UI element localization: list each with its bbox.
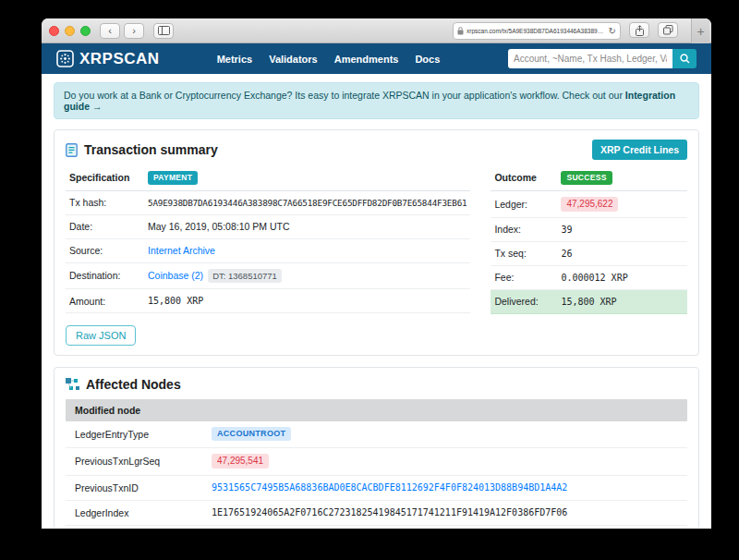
tx-hash-value: 5A9E938DB7DA6193446A383898C7A66518E9FCE6…	[148, 198, 466, 208]
destination-account-link[interactable]: Coinbase (2)	[148, 270, 203, 281]
nav-link-metrics[interactable]: Metrics	[217, 54, 253, 65]
outcome-row-index: Index: 39	[491, 218, 687, 242]
share-icon	[636, 25, 644, 36]
specification-table: Specification PAYMENT Tx hash: 5A9E938DB…	[66, 165, 470, 314]
address-bar[interactable]: xrpscan.com/tx/5A9E938DB7DA6193446A38389…	[453, 22, 621, 40]
delivered-amount-value: 15,800 XRP	[561, 297, 616, 307]
payment-type-badge: PAYMENT	[148, 171, 198, 185]
spec-row-tx-hash: Tx hash: 5A9E938DB7DA6193446A383898C7A66…	[66, 191, 470, 215]
forward-button[interactable]: ›	[124, 23, 144, 39]
xrpscan-logo[interactable]: XRPSCAN	[56, 50, 160, 68]
integration-banner: Do you work at a Bank or Cryptocurrency …	[54, 82, 699, 119]
tabs-icon	[663, 25, 673, 35]
page-content: Do you work at a Bank or Cryptocurrency …	[42, 74, 711, 528]
amount-value: 15,800 XRP	[148, 296, 203, 306]
fullscreen-window-button[interactable]	[80, 26, 91, 36]
sidebar-icon	[158, 26, 170, 35]
transaction-summary-title: Transaction summary	[66, 142, 218, 157]
transaction-summary-card: Transaction summary XRP Credit Lines Spe…	[54, 129, 699, 356]
sidebar-toggle-button[interactable]	[153, 23, 174, 39]
outcome-row-tx-seq: Tx seq: 26	[491, 242, 687, 266]
share-button[interactable]	[629, 22, 649, 38]
node-row-previous-txn-lgr-seq: PreviousTxnLgrSeq 47,295,541	[66, 448, 687, 476]
accountroot-badge: ACCOUNTROOT	[212, 427, 291, 441]
previous-ledger-badge[interactable]: 47,295,541	[212, 454, 269, 469]
affected-nodes-title: Affected Nodes	[66, 377, 687, 392]
brand-text: XRPSCAN	[79, 50, 160, 68]
magnifier-icon	[680, 54, 690, 64]
receipt-icon	[66, 143, 78, 157]
spec-row-source: Source: Internet Archive	[66, 239, 470, 263]
success-status-badge: SUCCESS	[561, 171, 612, 185]
browser-window: ‹ › xrpscan.com/tx/5A9E938DB7DA6193446A3…	[42, 18, 711, 529]
modified-node-header-1: Modified node	[66, 399, 687, 421]
nav-link-amendments[interactable]: Amendments	[334, 54, 399, 65]
outcome-header-row: Outcome SUCCESS	[491, 165, 687, 191]
nav-links: Metrics Validators Amendments Docs	[217, 54, 441, 65]
nav-link-docs[interactable]: Docs	[415, 54, 440, 65]
spec-row-destination: Destination: Coinbase (2) DT: 1368510771	[66, 263, 470, 290]
minimize-window-button[interactable]	[65, 26, 75, 36]
outcome-table: Outcome SUCCESS Ledger: 47,295,622 Index…	[491, 165, 687, 314]
back-button[interactable]: ‹	[100, 23, 120, 39]
toolbar-right-buttons	[629, 22, 682, 38]
outcome-row-fee: Fee: 0.000012 XRP	[491, 266, 687, 290]
search-form	[508, 49, 697, 68]
search-button[interactable]	[672, 49, 697, 68]
tab-overview-button[interactable]	[658, 22, 678, 38]
raw-json-button[interactable]: Raw JSON	[66, 325, 136, 346]
destination-tag-badge: DT: 1368510771	[208, 269, 282, 284]
url-text: xrpscan.com/tx/5A9E938DB7DA6193446A38389…	[466, 28, 606, 34]
nodes-icon	[66, 378, 79, 391]
banner-text: Do you work at a Bank or Cryptocurrency …	[64, 90, 625, 101]
affected-nodes-card: Affected Nodes Modified node LedgerEntry…	[54, 367, 699, 529]
outcome-row-ledger: Ledger: 47,295,622	[491, 191, 687, 218]
date-value: May 16, 2019, 05:08:10 PM UTC	[148, 221, 290, 232]
browser-toolbar: ‹ › xrpscan.com/tx/5A9E938DB7DA6193446A3…	[42, 18, 711, 43]
window-controls	[49, 26, 91, 36]
reload-button[interactable]: ↻	[609, 26, 616, 36]
site-navbar: XRPSCAN Metrics Validators Amendments Do…	[42, 43, 711, 74]
search-input[interactable]	[508, 49, 672, 68]
ledger-index-value: 1E17651924065A2F0716C2723182541984517174…	[212, 507, 567, 517]
spec-row-date: Date: May 16, 2019, 05:08:10 PM UTC	[66, 215, 470, 239]
spec-row-amount: Amount: 15,800 XRP	[66, 289, 470, 313]
lock-icon	[457, 27, 464, 35]
close-window-button[interactable]	[49, 26, 59, 36]
outcome-row-delivered: Delivered: 15,800 XRP	[491, 290, 687, 314]
source-account-link[interactable]: Internet Archive	[148, 245, 215, 256]
node-row-ledger-index: LedgerIndex 1E17651924065A2F0716C2723182…	[66, 501, 687, 526]
node-row-ledger-entry-type: LedgerEntryType ACCOUNTROOT	[66, 421, 687, 448]
ledger-index-badge[interactable]: 47,295,622	[561, 197, 618, 212]
specification-header-row: Specification PAYMENT	[66, 165, 470, 191]
xrp-credit-lines-button[interactable]: XRP Credit Lines	[592, 140, 687, 160]
node-row-previous-txn-id: PreviousTxnID 9531565C7495B5A68836BAD0E8…	[66, 476, 687, 501]
previous-txn-link[interactable]: 9531565C7495B5A68836BAD0E8CACBDFE8112692…	[212, 482, 567, 493]
new-tab-button[interactable]: +	[691, 18, 709, 43]
xrpscan-logo-icon	[56, 50, 74, 67]
nav-link-validators[interactable]: Validators	[269, 54, 318, 65]
